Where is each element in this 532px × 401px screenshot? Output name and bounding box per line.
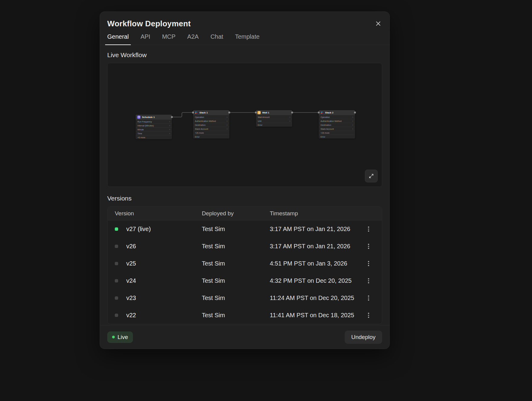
node-header: Slack 1	[193, 110, 229, 115]
node-field-error: Error	[319, 135, 355, 139]
chevron-right-icon	[351, 120, 353, 122]
node-field: Operation	[193, 115, 229, 119]
workflow-canvas[interactable]: Schedule 1 Run Frequency Interval (Minut…	[107, 63, 382, 187]
chevron-right-icon	[289, 116, 290, 119]
column-version: Version	[115, 210, 202, 217]
timestamp: 3:17 AM PST on Jan 21, 2026	[270, 243, 363, 250]
node-field: Destination	[193, 123, 229, 127]
chevron-right-icon	[226, 116, 227, 119]
row-menu-button[interactable]	[367, 294, 370, 302]
node-field: Authentication Method	[319, 119, 355, 123]
timestamp: 11:24 AM PST on Dec 20, 2025	[270, 295, 363, 302]
modal-header: Workflow Deployment	[100, 12, 389, 28]
chevron-right-icon	[289, 120, 290, 122]
live-badge-label: Live	[118, 334, 128, 341]
workflow-deployment-modal: Workflow Deployment General API MCP A2A …	[100, 11, 390, 349]
chevron-right-icon	[168, 132, 170, 135]
row-menu-button[interactable]	[367, 225, 370, 233]
modal-content: Live Workflow Schedule 1 Run Frequency I…	[100, 45, 389, 325]
chevron-right-icon	[226, 128, 227, 130]
timestamp: 4:51 PM PST on Jan 3, 2026	[270, 260, 363, 267]
node-field-more: +6 more	[136, 135, 172, 139]
deployed-by: Test Sim	[202, 243, 270, 250]
version-row: v22 Test Sim 11:41 AM PST on Dec 18, 202…	[108, 307, 382, 324]
version-label: v26	[126, 243, 202, 250]
timestamp: 11:41 AM PST on Dec 18, 2025	[270, 312, 363, 319]
node-field: Run Frequency	[136, 120, 172, 123]
tab-template[interactable]: Template	[233, 33, 262, 45]
row-menu-button[interactable]	[367, 277, 370, 285]
expand-icon	[368, 173, 374, 179]
expand-canvas-button[interactable]	[365, 170, 378, 182]
version-label: v27 (live)	[126, 226, 202, 233]
output-port	[291, 112, 293, 113]
status-dot	[115, 245, 118, 248]
node-title: Schedule 1	[142, 116, 155, 119]
output-port	[228, 112, 230, 113]
version-row: v25 Test Sim 4:51 PM PST on Jan 3, 2026	[108, 255, 382, 272]
node-header: Schedule 1	[136, 115, 172, 119]
close-button[interactable]	[374, 20, 382, 28]
close-icon	[376, 21, 381, 26]
modal-footer: Live Undeploy	[100, 325, 389, 349]
versions-table: Version Deployed by Timestamp v27 (live)…	[107, 206, 382, 324]
tab-mcp[interactable]: MCP	[160, 33, 177, 45]
live-status-dot	[115, 227, 118, 231]
tab-chat[interactable]: Chat	[208, 33, 225, 45]
version-row: v23 Test Sim 11:24 AM PST on Dec 20, 202…	[108, 289, 382, 307]
chevron-right-icon	[351, 116, 353, 119]
deployed-by: Test Sim	[202, 226, 270, 233]
tab-api[interactable]: API	[138, 33, 152, 45]
timestamp: 3:17 AM PST on Jan 21, 2026	[270, 226, 363, 233]
node-title: Slack 2	[325, 111, 334, 114]
tab-general[interactable]: General	[105, 33, 131, 45]
status-dot	[115, 314, 118, 317]
status-dot	[115, 296, 118, 300]
live-workflow-heading: Live Workflow	[107, 51, 382, 59]
slack-icon	[195, 111, 198, 114]
deployed-by: Test Sim	[202, 295, 270, 302]
tab-bar: General API MCP A2A Chat Template	[100, 33, 389, 45]
live-dot-icon	[112, 336, 115, 338]
chevron-right-icon	[351, 128, 353, 130]
chevron-right-icon	[168, 120, 170, 123]
row-menu-button[interactable]	[367, 260, 370, 267]
output-port	[171, 116, 173, 118]
node-slack-2: Slack 2 Operation Authentication Method …	[319, 110, 355, 139]
version-row: v24 Test Sim 4:32 PM PST on Dec 20, 2025	[108, 272, 382, 289]
versions-heading: Versions	[107, 195, 382, 202]
version-label: v24	[126, 277, 202, 284]
live-status-badge: Live	[107, 331, 133, 343]
undeploy-button[interactable]: Undeploy	[345, 331, 382, 344]
node-field: Slack Account	[193, 127, 229, 131]
input-port	[255, 112, 257, 113]
row-menu-button[interactable]	[367, 311, 370, 319]
node-field-more: +26 more	[193, 131, 229, 135]
schedule-icon	[137, 116, 140, 119]
modal-title: Workflow Deployment	[107, 19, 191, 28]
column-timestamp: Timestamp	[270, 210, 363, 217]
versions-table-header: Version Deployed by Timestamp	[108, 207, 382, 220]
node-field: Unit	[256, 119, 292, 123]
node-field: Wait Amount	[256, 115, 292, 119]
row-menu-button[interactable]	[367, 243, 370, 250]
deployed-by: Test Sim	[202, 277, 270, 284]
node-field-error: Error	[256, 123, 292, 127]
version-label: v25	[126, 260, 202, 267]
wait-icon	[257, 111, 261, 114]
chevron-right-icon	[351, 124, 353, 126]
status-dot	[115, 262, 118, 265]
chevron-right-icon	[168, 128, 170, 131]
output-port	[354, 112, 356, 113]
node-field: Interval (Minutes)	[136, 124, 172, 127]
version-row: v26 Test Sim 3:17 AM PST on Jan 21, 2026	[108, 238, 382, 255]
tab-a2a[interactable]: A2A	[185, 33, 201, 45]
node-wait-1: Wait 1 Wait Amount Unit Error	[256, 110, 292, 127]
node-field: Slack Account	[319, 127, 355, 131]
version-label: v22	[126, 312, 202, 319]
node-field: Minute	[136, 128, 172, 131]
node-field: Operation	[319, 115, 355, 119]
node-field: Destination	[319, 123, 355, 127]
deployed-by: Test Sim	[202, 312, 270, 319]
node-header: Wait 1	[256, 110, 292, 115]
